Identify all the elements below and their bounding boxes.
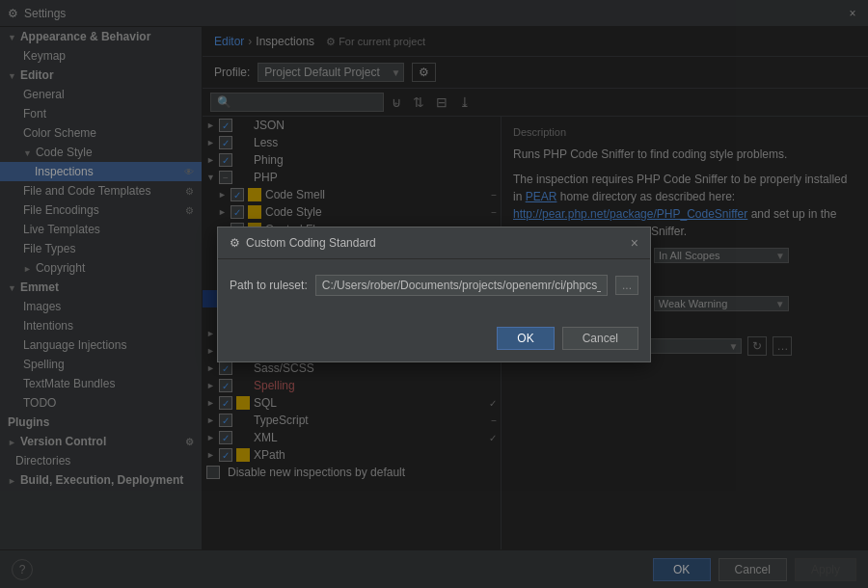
modal-icon: ⚙: [230, 236, 240, 250]
modal-dialog: ⚙ Custom Coding Standard × Path to rules…: [217, 227, 651, 362]
browse-button[interactable]: ...: [615, 276, 638, 295]
modal-footer: OK Cancel: [218, 327, 650, 361]
path-input[interactable]: [315, 275, 608, 296]
modal-cancel-button[interactable]: Cancel: [562, 327, 638, 350]
path-label: Path to ruleset:: [230, 279, 308, 292]
modal-body: Path to ruleset: ...: [218, 259, 650, 327]
path-row: Path to ruleset: ...: [230, 275, 638, 296]
modal-title: ⚙ Custom Coding Standard: [230, 236, 376, 250]
modal-ok-button[interactable]: OK: [497, 327, 554, 350]
modal-title-bar: ⚙ Custom Coding Standard ×: [218, 227, 650, 259]
modal-close-button[interactable]: ×: [631, 235, 638, 251]
modal-overlay: ⚙ Custom Coding Standard × Path to rules…: [0, 0, 868, 588]
